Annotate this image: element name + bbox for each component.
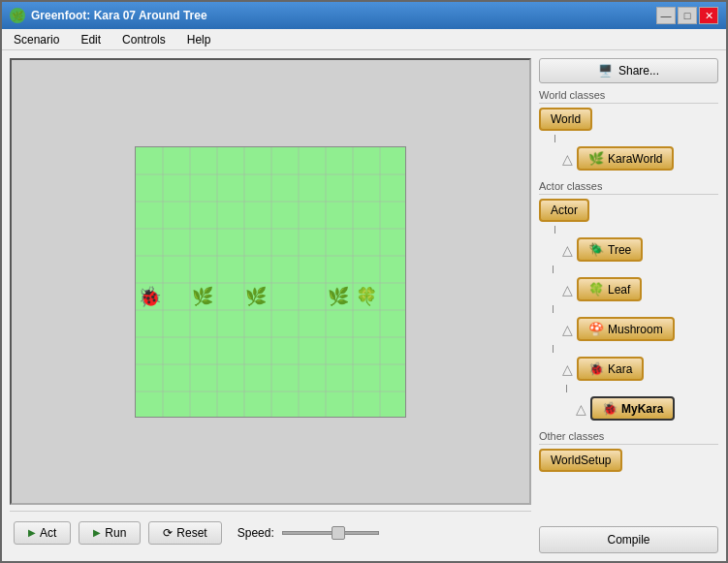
reset-button[interactable]: ⟳ Reset: [148, 521, 221, 545]
tree-class-label: Tree: [608, 243, 631, 257]
grid-container: 🐞 🌿 🌿 🌿 🍀: [135, 146, 406, 418]
other-class-tree: WorldSetup: [539, 449, 718, 472]
actor-class-label: Actor: [551, 203, 578, 217]
world-vbar: [554, 135, 555, 142]
actor-vbar1: [554, 226, 555, 234]
mykara-class-box[interactable]: 🐞 MyKara: [590, 396, 675, 421]
main-content: 🐞 🌿 🌿 🌿 🍀 ▶ Act ▶ Run: [2, 50, 726, 561]
menu-bar: Scenario Edit Controls Help: [2, 29, 726, 50]
karaworld-arrow: △: [562, 152, 573, 166]
tree-sprite-1: 🌿: [189, 283, 216, 310]
left-panel: 🐞 🌿 🌿 🌿 🍀 ▶ Act ▶ Run: [10, 58, 531, 553]
speed-slider[interactable]: [282, 531, 379, 535]
share-button[interactable]: 🖥️ Share...: [539, 58, 718, 83]
actor-vbar2: [553, 266, 554, 273]
tree-class-box[interactable]: 🪲 Tree: [577, 237, 643, 262]
actor-vbar4: [553, 345, 554, 353]
kara-arrow: △: [562, 362, 573, 376]
mykara-node-row: △ 🐞 MyKara: [566, 396, 718, 421]
menu-controls[interactable]: Controls: [116, 31, 172, 48]
main-window: 🌿 Greenfoot: Kara 07 Around Tree — □ ✕ S…: [0, 0, 728, 563]
right-panel: 🖥️ Share... World classes World △: [539, 58, 718, 553]
leaf-sprite: 🍀: [353, 283, 380, 310]
class-section: World classes World △ 🌿 KaraWorld: [539, 89, 718, 520]
mushroom-arrow: △: [562, 323, 573, 336]
menu-scenario[interactable]: Scenario: [8, 31, 65, 48]
tree-sprite-2: 🌿: [242, 283, 269, 310]
actor-node-row: Actor: [539, 199, 718, 222]
kara-sprite: 🐞: [136, 283, 163, 310]
grid-lines: [136, 147, 405, 417]
close-button[interactable]: ✕: [699, 7, 718, 24]
maximize-button[interactable]: □: [678, 7, 697, 24]
leaf-class-label: Leaf: [608, 283, 630, 297]
minimize-button[interactable]: —: [656, 7, 676, 24]
mushroom-node-row: △ 🍄 Mushroom: [553, 317, 718, 341]
menu-edit[interactable]: Edit: [75, 31, 107, 48]
leaf-node-row: △ 🍀 Leaf: [553, 277, 718, 301]
leaf-arrow: △: [562, 283, 573, 297]
kara-class-box[interactable]: 🐞 Kara: [577, 357, 644, 381]
actor-class-tree: Actor △ 🪲 Tree △: [539, 199, 718, 421]
actor-class-box[interactable]: Actor: [539, 199, 589, 222]
reset-label: Reset: [176, 526, 206, 540]
worldsetup-class-label: WorldSetup: [551, 454, 611, 467]
kara-icon: 🐞: [588, 361, 604, 376]
mykara-class-label: MyKara: [621, 402, 663, 416]
compile-label: Compile: [607, 533, 649, 547]
window-controls: — □ ✕: [656, 7, 718, 24]
mykara-arrow: △: [576, 402, 586, 416]
kara-class-label: Kara: [608, 362, 632, 376]
mykara-icon: 🐞: [602, 401, 617, 416]
world-node-row: World: [539, 108, 718, 131]
karaworld-icon: 🌿: [588, 151, 604, 166]
window-title: Greenfoot: Kara 07 Around Tree: [31, 9, 207, 22]
worldsetup-node-row: WorldSetup: [539, 449, 718, 472]
run-label: Run: [105, 526, 126, 540]
world-class-tree: World △ 🌿 KaraWorld: [539, 108, 718, 171]
compile-button[interactable]: Compile: [539, 526, 718, 553]
mushroom-class-label: Mushroom: [608, 323, 663, 336]
tree-node-row: △ 🪲 Tree: [553, 237, 718, 262]
world-class-label: World: [551, 112, 581, 126]
other-classes-label: Other classes: [539, 430, 718, 445]
actor-vbar3: [553, 305, 554, 313]
run-button[interactable]: ▶ Run: [79, 521, 141, 545]
worldsetup-class-box[interactable]: WorldSetup: [539, 449, 622, 472]
karaworld-node-row: △ 🌿 KaraWorld: [553, 146, 718, 171]
tree-sprite-3: 🌿: [325, 283, 352, 310]
act-button[interactable]: ▶ Act: [14, 521, 71, 545]
act-label: Act: [40, 526, 56, 540]
karaworld-class-box[interactable]: 🌿 KaraWorld: [577, 146, 674, 171]
mushroom-icon: 🍄: [588, 322, 604, 336]
speed-label: Speed:: [237, 526, 274, 540]
kara-node-row: △ 🐞 Kara: [553, 357, 718, 381]
title-bar: 🌿 Greenfoot: Kara 07 Around Tree — □ ✕: [2, 2, 726, 29]
share-label: Share...: [618, 64, 659, 78]
leaf-class-box[interactable]: 🍀 Leaf: [577, 277, 642, 301]
act-icon: ▶: [28, 527, 36, 538]
leaf-icon: 🍀: [588, 282, 604, 297]
karaworld-class-label: KaraWorld: [608, 152, 662, 166]
app-icon: 🌿: [10, 8, 25, 23]
mushroom-class-box[interactable]: 🍄 Mushroom: [577, 317, 675, 341]
tree-icon: 🪲: [588, 242, 604, 257]
run-icon: ▶: [93, 527, 101, 538]
bottom-controls: ▶ Act ▶ Run ⟳ Reset Speed:: [10, 511, 531, 553]
actor-vbar5: [566, 385, 567, 392]
world-classes-label: World classes: [539, 89, 718, 104]
title-bar-left: 🌿 Greenfoot: Kara 07 Around Tree: [10, 8, 207, 23]
world-class-box[interactable]: World: [539, 108, 592, 131]
menu-help[interactable]: Help: [181, 31, 217, 48]
reset-icon: ⟳: [163, 526, 173, 540]
share-icon: 🖥️: [598, 64, 613, 78]
world-view: 🐞 🌿 🌿 🌿 🍀: [10, 58, 531, 505]
actor-classes-label: Actor classes: [539, 180, 718, 195]
tree-arrow: △: [562, 243, 573, 257]
